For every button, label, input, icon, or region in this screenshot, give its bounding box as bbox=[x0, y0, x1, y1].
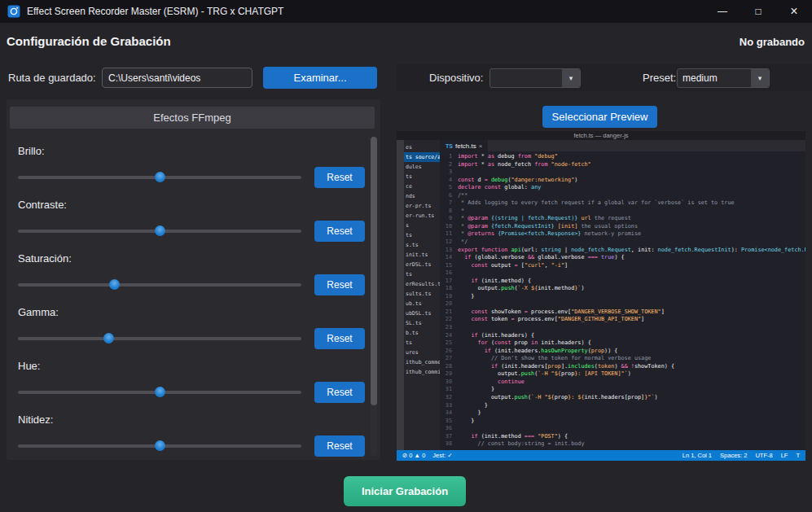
explorer-file: init.ts bbox=[404, 250, 440, 260]
explorer-file: s bbox=[404, 221, 440, 230]
reset-button[interactable]: Reset bbox=[314, 221, 365, 242]
explorer-file: ts bbox=[404, 338, 440, 348]
explorer-file: ts source/api bbox=[404, 152, 440, 162]
code-line: 16 bbox=[440, 269, 805, 278]
code-line: 18 output.push(`-X ${init.method}`) bbox=[440, 285, 805, 293]
code-line: 36 bbox=[440, 425, 805, 433]
tab-filename: fetch.ts bbox=[455, 142, 476, 150]
code-line: 5declare const global: any bbox=[440, 184, 805, 192]
app-icon bbox=[7, 5, 20, 18]
tab-close-icon: × bbox=[479, 142, 483, 150]
code-line: 24 if (init.headers) { bbox=[440, 332, 805, 340]
saturation-slider[interactable] bbox=[18, 279, 301, 291]
brightness-slider[interactable] bbox=[18, 172, 301, 183]
slider-group-hue: Hue: Reset bbox=[18, 360, 368, 410]
code-line: 27 // Don't show the token for normal ve… bbox=[440, 355, 805, 363]
code-line: 15 const output = ["curl", "-i"] bbox=[440, 262, 805, 270]
code-line: 38 // const body:string = init.body bbox=[440, 440, 805, 449]
explorer-file-list: ests source/apidulestscendser-pr.tser-ru… bbox=[404, 140, 440, 450]
statusbar-item: UTF-8 bbox=[755, 452, 772, 459]
code-line: 32 output.push(`-H "${prop}: ${init.head… bbox=[440, 394, 805, 402]
code-line: 4const d = debug("danger:networking") bbox=[440, 177, 805, 185]
slider-label: Contraste: bbox=[18, 199, 67, 211]
code-line: 23 bbox=[440, 324, 805, 332]
reset-button[interactable]: Reset bbox=[314, 435, 365, 457]
slider-handle[interactable] bbox=[155, 440, 165, 451]
code-line: 3 bbox=[440, 168, 805, 177]
code-line: 26 if (init.headers.hasOwnProperty(prop)… bbox=[440, 348, 805, 356]
slider-label: Hue: bbox=[18, 360, 40, 372]
explorer-file: er-run.ts bbox=[404, 211, 440, 221]
preview-area: fetch.ts — danger-js ests source/apidule… bbox=[397, 131, 805, 461]
scrollbar-thumb[interactable] bbox=[371, 137, 377, 405]
editor-tab-bar: TS fetch.ts × bbox=[440, 140, 805, 151]
sharpness-slider[interactable] bbox=[18, 440, 301, 452]
explorer-file: ts bbox=[404, 172, 440, 182]
chevron-down-icon[interactable]: ▾ bbox=[751, 69, 769, 87]
statusbar-item: Jest: ✓ bbox=[432, 452, 452, 459]
code-line: 28 if (init.headers[prop].includes(token… bbox=[440, 363, 805, 371]
reset-button[interactable]: Reset bbox=[314, 382, 365, 403]
slider-handle[interactable] bbox=[103, 333, 114, 344]
start-recording-button[interactable]: Iniciar Grabación bbox=[344, 476, 466, 506]
gamma-slider[interactable] bbox=[18, 333, 301, 344]
explorer-file: ubDSL.ts bbox=[404, 309, 440, 318]
code-line: 11 * @returns {Promise<fetch.Response>} … bbox=[440, 230, 805, 238]
reset-button[interactable]: Reset bbox=[314, 328, 365, 349]
code-line: 7 * Adds logging to every fetch request … bbox=[440, 199, 805, 208]
statusbar-item: Ln 1, Col 1 bbox=[683, 452, 712, 459]
statusbar-item: T bbox=[796, 452, 800, 459]
code-line: 8 * bbox=[440, 208, 805, 216]
hue-slider[interactable] bbox=[18, 387, 301, 398]
explorer-file: ub.ts bbox=[404, 299, 440, 309]
effects-scrollbar[interactable] bbox=[371, 137, 377, 456]
code-line: 29 output.push(`-H "${prop}: [API TOKEN]… bbox=[440, 370, 805, 379]
slider-handle[interactable] bbox=[155, 225, 165, 236]
preset-dropdown[interactable]: medium ▾ bbox=[677, 68, 770, 88]
window-title: Effect Screen Recorder Master (ESRM) - T… bbox=[27, 6, 283, 17]
statusbar-item: ⊘ 0 ▲ 0 bbox=[402, 452, 425, 459]
contrast-slider[interactable] bbox=[18, 225, 301, 237]
minimize-button[interactable]: — bbox=[704, 0, 740, 23]
slider-track[interactable] bbox=[18, 337, 301, 340]
code-line: 10 * @param {fetch.RequestInit} [init] t… bbox=[440, 223, 805, 231]
reset-button[interactable]: Reset bbox=[314, 167, 365, 188]
explorer-file: ts bbox=[404, 230, 440, 240]
slider-label: Gamma: bbox=[18, 306, 59, 318]
explorer-file: ce bbox=[404, 182, 440, 191]
select-preview-button[interactable]: Seleccionar Preview bbox=[542, 106, 657, 128]
slider-label: Nitidez: bbox=[18, 414, 53, 426]
save-path-input[interactable] bbox=[102, 68, 252, 88]
browse-button[interactable]: Examinar... bbox=[263, 67, 377, 89]
code-line: 37 if (init.method === "POST") { bbox=[440, 433, 805, 441]
slider-handle[interactable] bbox=[155, 387, 165, 397]
chevron-down-icon[interactable]: ▾ bbox=[562, 69, 580, 87]
slider-label: Saturación: bbox=[18, 252, 72, 265]
code-line: 19 } bbox=[440, 293, 805, 301]
slider-track[interactable] bbox=[18, 283, 301, 287]
explorer-file: b.ts bbox=[404, 328, 440, 338]
slider-handle[interactable] bbox=[155, 172, 165, 182]
save-path-label: Ruta de guardado: bbox=[8, 72, 96, 84]
close-button[interactable]: × bbox=[776, 0, 812, 23]
statusbar-left: ⊘ 0 ▲ 0Jest: ✓ bbox=[402, 452, 453, 459]
slider-label: Brillo: bbox=[18, 145, 45, 157]
code-line: 6/** bbox=[440, 192, 805, 200]
slider-handle[interactable] bbox=[109, 279, 120, 290]
window-controls: — □ × bbox=[704, 0, 812, 23]
device-dropdown[interactable]: ▾ bbox=[489, 68, 581, 88]
code-line: 20 bbox=[440, 300, 805, 309]
page-title: Configuración de Grabación bbox=[7, 34, 171, 48]
code-line: 9 * @param {(string | fetch.Request)} ur… bbox=[440, 215, 805, 223]
code-lines: 1import * as debug from "debug"2import *… bbox=[440, 151, 805, 450]
explorer-file: erResults.ts bbox=[404, 279, 440, 289]
preset-label: Preset: bbox=[643, 72, 676, 84]
code-line: 2import * as node_fetch from "node-fetch… bbox=[440, 161, 805, 169]
slider-group-saturacion: Saturación: Reset bbox=[18, 252, 368, 303]
editor-pane: TS fetch.ts × 1import * as debug from "d… bbox=[440, 140, 805, 450]
reset-button[interactable]: Reset bbox=[314, 274, 365, 295]
maximize-button[interactable]: □ bbox=[740, 0, 776, 23]
preview-window-title: fetch.ts — danger-js bbox=[397, 131, 805, 140]
statusbar-right: Ln 1, Col 1Spaces: 2UTF-8LFT bbox=[683, 452, 800, 459]
effects-panel-title: Efectos FFmpeg bbox=[10, 107, 375, 129]
